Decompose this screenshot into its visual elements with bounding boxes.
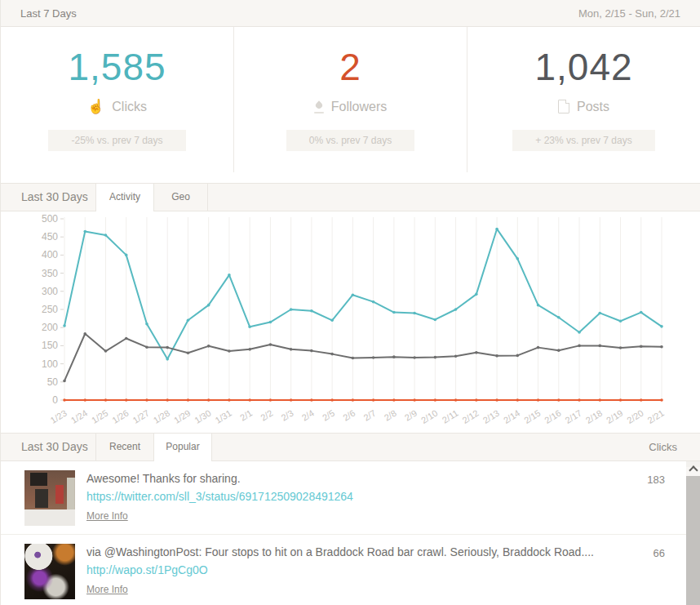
followers-label: Followers [331,100,387,114]
clicks-value: 1,585 [1,47,233,88]
svg-text:2/21: 2/21 [646,408,667,426]
tab-popular[interactable]: Popular [154,434,212,460]
clicks-label: Clicks [112,100,147,114]
post-row: via @WashingtonPost: Four stops to hit o… [1,535,700,605]
svg-text:2/8: 2/8 [383,408,398,423]
stat-followers: 2 Followers 0% vs. prev 7 days [233,27,467,172]
svg-text:1/25: 1/25 [90,408,110,426]
post-title: Awesome! Thanks for sharing. [86,472,632,485]
svg-text:2/10: 2/10 [419,408,440,426]
clicks-comparison-badge: -25% vs. prev 7 days [48,130,185,151]
post-body: Awesome! Thanks for sharing. https://twi… [86,470,632,523]
popular-posts-list: Awesome! Thanks for sharing. https://twi… [1,461,700,605]
svg-text:350: 350 [42,268,58,279]
tab-recent[interactable]: Recent [96,434,154,460]
post-row: Awesome! Thanks for sharing. https://twi… [1,461,700,535]
followers-comparison-badge: 0% vs. prev 7 days [286,130,414,151]
svg-text:200: 200 [42,322,58,333]
header-title: Last 7 Days [20,7,77,20]
svg-text:400: 400 [42,249,58,260]
svg-text:2/20: 2/20 [625,408,645,426]
spacer [1,172,700,183]
svg-text:2/2: 2/2 [259,408,274,423]
svg-text:300: 300 [42,286,58,297]
svg-text:2/3: 2/3 [279,408,295,423]
post-link[interactable]: http://wapo.st/1PgCg0O [86,563,632,576]
posts-tabbar: Last 30 Days Recent Popular Clicks [1,433,700,461]
svg-text:1/31: 1/31 [213,408,233,426]
posts-comparison-badge: + 23% vs. prev 7 days [512,130,654,151]
document-icon [558,100,569,113]
scrollbar-thumb[interactable] [686,476,700,605]
svg-text:2/9: 2/9 [403,408,419,423]
svg-text:2/18: 2/18 [584,408,605,426]
svg-text:1/24: 1/24 [69,408,90,426]
post-thumbnail[interactable] [24,470,75,526]
svg-text:500: 500 [42,213,58,225]
activity-chart-section: 0501001502002503003504004505001/231/241/… [1,211,700,433]
svg-text:1/27: 1/27 [131,408,151,426]
activity-tabbar: Last 30 Days Activity Geo [1,183,700,211]
svg-text:1/28: 1/28 [152,408,172,426]
posts-value: 1,042 [467,47,700,88]
svg-text:2/13: 2/13 [481,408,502,426]
post-clicks-count: 66 [642,544,665,559]
svg-text:250: 250 [42,304,58,315]
post-thumbnail[interactable] [24,544,75,599]
svg-text:2/15: 2/15 [522,408,543,426]
header-date-range: Mon, 2/15 - Sun, 2/21 [578,7,680,20]
svg-text:1/29: 1/29 [172,408,193,426]
stats-row: 1,585 ☝ Clicks -25% vs. prev 7 days 2 Fo… [1,27,700,172]
svg-text:2/19: 2/19 [605,408,625,426]
more-info-link[interactable]: More Info [86,510,128,522]
svg-text:450: 450 [42,231,58,242]
stat-posts: 1,042 Posts + 23% vs. prev 7 days [467,27,700,172]
chevron-up-icon [689,465,698,474]
more-info-link[interactable]: More Info [86,584,128,595]
svg-text:2/6: 2/6 [341,408,357,423]
svg-text:2/4: 2/4 [300,408,316,423]
svg-text:2/12: 2/12 [460,408,481,426]
svg-text:150: 150 [42,340,58,351]
analytics-dashboard: Last 7 Days Mon, 2/15 - Sun, 2/21 1,585 … [0,0,700,605]
svg-text:2/11: 2/11 [441,408,460,425]
svg-text:1/30: 1/30 [193,408,213,426]
pointer-hand-icon: ☝ [87,100,104,113]
post-body: via @WashingtonPost: Four stops to hit o… [86,544,632,596]
followers-value: 2 [234,47,467,88]
post-link[interactable]: https://twitter.com/sll_3/status/6917125… [86,490,632,503]
tab-activity[interactable]: Activity [96,184,154,211]
activity-section-label: Last 30 Days [1,184,96,211]
svg-text:2/1: 2/1 [238,408,254,423]
stat-clicks: 1,585 ☝ Clicks -25% vs. prev 7 days [1,27,233,172]
activity-line-chart: 0501001502002503003504004505001/231/241/… [1,211,700,433]
svg-text:2/16: 2/16 [543,408,563,426]
droplet-icon [314,100,324,113]
svg-text:2/14: 2/14 [502,408,522,426]
posts-section-label: Last 30 Days [1,434,96,460]
svg-text:0: 0 [52,394,58,406]
svg-text:2/17: 2/17 [564,408,584,426]
list-scrollbar[interactable] [686,461,700,605]
svg-text:1/23: 1/23 [49,408,69,426]
header-bar: Last 7 Days Mon, 2/15 - Sun, 2/21 [1,0,700,27]
posts-label: Posts [577,100,609,114]
post-title: via @WashingtonPost: Four stops to hit o… [86,545,632,558]
svg-text:100: 100 [42,358,58,370]
svg-text:50: 50 [47,376,59,388]
svg-text:2/5: 2/5 [321,408,336,423]
clicks-column-header: Clicks [649,434,700,460]
svg-text:1/26: 1/26 [110,408,131,426]
post-clicks-count: 183 [642,470,665,486]
tab-geo[interactable]: Geo [154,184,208,211]
svg-text:2/7: 2/7 [361,408,377,423]
